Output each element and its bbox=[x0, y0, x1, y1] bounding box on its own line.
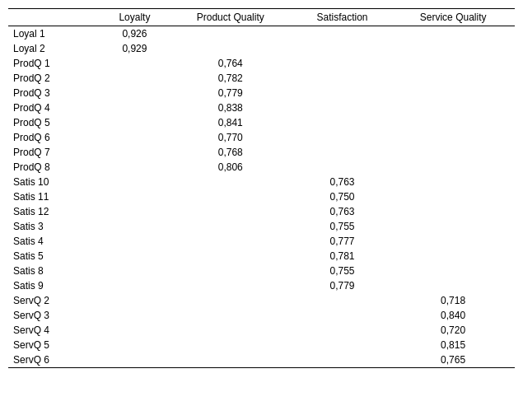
row-label: ProdQ 8 bbox=[8, 160, 101, 175]
cell-loyalty bbox=[101, 175, 168, 189]
cell-prodq bbox=[168, 293, 293, 308]
cell-servq bbox=[391, 160, 515, 175]
cell-loyalty bbox=[101, 130, 168, 145]
cell-prodq bbox=[168, 264, 293, 278]
col-header-empty bbox=[8, 9, 101, 26]
cell-satis: 0,763 bbox=[293, 204, 392, 219]
col-header-satis: Satisfaction bbox=[293, 9, 392, 26]
row-label: ProdQ 3 bbox=[8, 86, 101, 100]
table-row: ProdQ 80,806 bbox=[8, 160, 515, 175]
cell-satis bbox=[293, 323, 392, 338]
cell-prodq: 0,841 bbox=[168, 115, 293, 130]
cell-satis: 0,781 bbox=[293, 249, 392, 264]
cell-loyalty bbox=[101, 56, 168, 71]
cell-satis: 0,750 bbox=[293, 189, 392, 204]
cell-servq bbox=[391, 219, 515, 234]
cell-servq bbox=[391, 86, 515, 100]
row-label: Satis 10 bbox=[8, 175, 101, 189]
row-label: Satis 8 bbox=[8, 264, 101, 278]
col-header-prodq: Product Quality bbox=[168, 9, 293, 26]
table-row: Satis 80,755 bbox=[8, 264, 515, 278]
cell-loyalty: 0,929 bbox=[101, 41, 168, 56]
row-label: Satis 11 bbox=[8, 189, 101, 204]
cell-prodq: 0,770 bbox=[168, 130, 293, 145]
cell-satis bbox=[293, 352, 392, 368]
cell-prodq bbox=[168, 26, 293, 42]
row-label: ServQ 4 bbox=[8, 323, 101, 338]
cell-satis bbox=[293, 130, 392, 145]
table-row: ProdQ 40,838 bbox=[8, 100, 515, 115]
cell-loyalty: 0,926 bbox=[101, 26, 168, 42]
table-row: ProdQ 20,782 bbox=[8, 71, 515, 86]
main-table-container: Loyalty Product Quality Satisfaction Ser… bbox=[8, 8, 515, 368]
table-row: Satis 30,755 bbox=[8, 219, 515, 234]
cell-satis bbox=[293, 86, 392, 100]
table-row: ServQ 60,765 bbox=[8, 352, 515, 368]
cell-loyalty bbox=[101, 204, 168, 219]
cell-prodq bbox=[168, 219, 293, 234]
row-label: Loyal 2 bbox=[8, 41, 101, 56]
table-row: ProdQ 50,841 bbox=[8, 115, 515, 130]
cell-servq bbox=[391, 41, 515, 56]
row-label: ServQ 6 bbox=[8, 352, 101, 368]
cell-servq bbox=[391, 71, 515, 86]
cell-loyalty bbox=[101, 145, 168, 160]
col-header-servq: Service Quality bbox=[391, 9, 515, 26]
table-row: ServQ 20,718 bbox=[8, 293, 515, 308]
cell-prodq bbox=[168, 189, 293, 204]
cell-satis: 0,755 bbox=[293, 264, 392, 278]
cell-satis bbox=[293, 308, 392, 323]
cell-satis: 0,777 bbox=[293, 234, 392, 249]
cell-prodq bbox=[168, 308, 293, 323]
cell-servq bbox=[391, 278, 515, 293]
row-label: ProdQ 2 bbox=[8, 71, 101, 86]
table-row: ServQ 40,720 bbox=[8, 323, 515, 338]
cell-loyalty bbox=[101, 219, 168, 234]
cell-prodq bbox=[168, 249, 293, 264]
cell-loyalty bbox=[101, 160, 168, 175]
cell-satis bbox=[293, 56, 392, 71]
table-row: ServQ 50,815 bbox=[8, 338, 515, 352]
cell-prodq: 0,806 bbox=[168, 160, 293, 175]
cell-servq bbox=[391, 26, 515, 42]
table-row: Satis 90,779 bbox=[8, 278, 515, 293]
cell-servq bbox=[391, 234, 515, 249]
row-label: ProdQ 4 bbox=[8, 100, 101, 115]
cell-prodq bbox=[168, 338, 293, 352]
cell-loyalty bbox=[101, 71, 168, 86]
cell-prodq bbox=[168, 204, 293, 219]
cell-satis bbox=[293, 338, 392, 352]
col-header-loyalty: Loyalty bbox=[101, 9, 168, 26]
cell-loyalty bbox=[101, 189, 168, 204]
cell-satis bbox=[293, 41, 392, 56]
cell-servq: 0,840 bbox=[391, 308, 515, 323]
cell-loyalty bbox=[101, 352, 168, 368]
table-row: Satis 100,763 bbox=[8, 175, 515, 189]
table-row: Satis 120,763 bbox=[8, 204, 515, 219]
table-row: Loyal 10,926 bbox=[8, 26, 515, 42]
cell-prodq: 0,768 bbox=[168, 145, 293, 160]
cell-servq bbox=[391, 56, 515, 71]
table-row: ProdQ 70,768 bbox=[8, 145, 515, 160]
cell-loyalty bbox=[101, 100, 168, 115]
factor-loadings-table: Loyalty Product Quality Satisfaction Ser… bbox=[8, 8, 515, 368]
table-row: ProdQ 30,779 bbox=[8, 86, 515, 100]
cell-loyalty bbox=[101, 264, 168, 278]
cell-satis bbox=[293, 115, 392, 130]
cell-prodq: 0,764 bbox=[168, 56, 293, 71]
cell-prodq: 0,838 bbox=[168, 100, 293, 115]
cell-servq bbox=[391, 115, 515, 130]
cell-satis: 0,755 bbox=[293, 219, 392, 234]
table-row: ProdQ 10,764 bbox=[8, 56, 515, 71]
cell-satis bbox=[293, 293, 392, 308]
table-row: Loyal 20,929 bbox=[8, 41, 515, 56]
table-row: Satis 40,777 bbox=[8, 234, 515, 249]
cell-satis bbox=[293, 145, 392, 160]
cell-prodq: 0,782 bbox=[168, 71, 293, 86]
row-label: Satis 5 bbox=[8, 249, 101, 264]
cell-servq bbox=[391, 189, 515, 204]
cell-prodq bbox=[168, 175, 293, 189]
cell-satis bbox=[293, 160, 392, 175]
cell-servq: 0,718 bbox=[391, 293, 515, 308]
cell-servq bbox=[391, 249, 515, 264]
